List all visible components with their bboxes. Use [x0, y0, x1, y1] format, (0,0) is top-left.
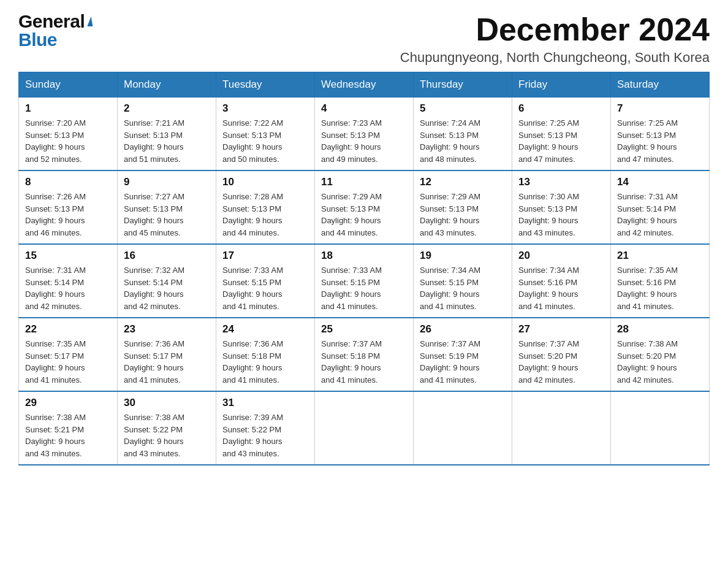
day-info: Sunrise: 7:36 AMSunset: 5:18 PMDaylight:…	[222, 339, 283, 385]
day-number: 22	[25, 323, 111, 335]
day-number: 12	[420, 176, 506, 188]
calendar-cell: 23 Sunrise: 7:36 AMSunset: 5:17 PMDaylig…	[118, 318, 216, 391]
day-number: 24	[222, 323, 308, 335]
day-info: Sunrise: 7:31 AMSunset: 5:14 PMDaylight:…	[617, 192, 678, 237]
day-info: Sunrise: 7:32 AMSunset: 5:14 PMDaylight:…	[124, 266, 184, 311]
calendar-week-row: 22 Sunrise: 7:35 AMSunset: 5:17 PMDaylig…	[19, 318, 710, 391]
calendar-cell	[512, 391, 611, 465]
day-info: Sunrise: 7:27 AMSunset: 5:13 PMDaylight:…	[124, 192, 184, 237]
calendar-week-row: 8 Sunrise: 7:26 AMSunset: 5:13 PMDayligh…	[19, 170, 710, 244]
day-number: 25	[321, 323, 407, 335]
day-info: Sunrise: 7:31 AMSunset: 5:14 PMDaylight:…	[25, 266, 86, 311]
day-number: 9	[124, 176, 210, 188]
day-number: 8	[25, 176, 111, 188]
col-sunday: Sunday	[19, 72, 118, 98]
day-number: 20	[518, 250, 604, 262]
day-info: Sunrise: 7:37 AMSunset: 5:18 PMDaylight:…	[321, 339, 382, 385]
day-number: 19	[420, 250, 506, 262]
day-info: Sunrise: 7:21 AMSunset: 5:13 PMDaylight:…	[124, 118, 184, 164]
logo-general: General	[18, 12, 92, 31]
calendar-cell: 9 Sunrise: 7:27 AMSunset: 5:13 PMDayligh…	[118, 170, 216, 244]
day-number: 26	[420, 323, 506, 335]
day-number: 2	[124, 102, 210, 115]
day-number: 13	[518, 176, 604, 188]
calendar-cell: 3 Sunrise: 7:22 AMSunset: 5:13 PMDayligh…	[216, 98, 315, 171]
calendar-cell: 27 Sunrise: 7:37 AMSunset: 5:20 PMDaylig…	[512, 318, 611, 391]
day-info: Sunrise: 7:25 AMSunset: 5:13 PMDaylight:…	[518, 118, 579, 164]
day-number: 15	[25, 250, 111, 262]
day-info: Sunrise: 7:34 AMSunset: 5:15 PMDaylight:…	[420, 266, 480, 311]
day-info: Sunrise: 7:37 AMSunset: 5:19 PMDaylight:…	[420, 339, 480, 385]
calendar-cell: 13 Sunrise: 7:30 AMSunset: 5:13 PMDaylig…	[512, 170, 611, 244]
calendar-cell: 28 Sunrise: 7:38 AMSunset: 5:20 PMDaylig…	[611, 318, 710, 391]
col-saturday: Saturday	[611, 72, 710, 98]
calendar-cell: 22 Sunrise: 7:35 AMSunset: 5:17 PMDaylig…	[19, 318, 118, 391]
day-number: 18	[321, 250, 407, 262]
calendar-cell: 25 Sunrise: 7:37 AMSunset: 5:18 PMDaylig…	[315, 318, 414, 391]
calendar-cell: 18 Sunrise: 7:33 AMSunset: 5:15 PMDaylig…	[315, 244, 414, 318]
day-number: 4	[321, 102, 407, 115]
col-thursday: Thursday	[414, 72, 512, 98]
calendar-cell: 5 Sunrise: 7:24 AMSunset: 5:13 PMDayligh…	[414, 98, 512, 171]
calendar-cell: 21 Sunrise: 7:35 AMSunset: 5:16 PMDaylig…	[611, 244, 710, 318]
day-number: 3	[222, 102, 308, 115]
day-number: 28	[617, 323, 703, 335]
day-info: Sunrise: 7:23 AMSunset: 5:13 PMDaylight:…	[321, 118, 382, 164]
calendar-cell	[315, 391, 414, 465]
calendar-cell: 30 Sunrise: 7:38 AMSunset: 5:22 PMDaylig…	[118, 391, 216, 465]
day-info: Sunrise: 7:22 AMSunset: 5:13 PMDaylight:…	[222, 118, 283, 164]
day-info: Sunrise: 7:38 AMSunset: 5:22 PMDaylight:…	[124, 413, 184, 458]
calendar-cell: 15 Sunrise: 7:31 AMSunset: 5:14 PMDaylig…	[19, 244, 118, 318]
day-number: 11	[321, 176, 407, 188]
day-info: Sunrise: 7:35 AMSunset: 5:16 PMDaylight:…	[617, 266, 678, 311]
col-wednesday: Wednesday	[315, 72, 414, 98]
day-number: 21	[617, 250, 703, 262]
day-number: 7	[617, 102, 703, 115]
calendar-cell: 2 Sunrise: 7:21 AMSunset: 5:13 PMDayligh…	[118, 98, 216, 171]
calendar-cell: 8 Sunrise: 7:26 AMSunset: 5:13 PMDayligh…	[19, 170, 118, 244]
day-number: 29	[25, 397, 111, 409]
calendar-table: Sunday Monday Tuesday Wednesday Thursday…	[18, 72, 710, 465]
calendar-cell: 4 Sunrise: 7:23 AMSunset: 5:13 PMDayligh…	[315, 98, 414, 171]
calendar-week-row: 1 Sunrise: 7:20 AMSunset: 5:13 PMDayligh…	[19, 98, 710, 171]
logo-blue: Blue	[18, 31, 92, 49]
calendar-cell: 7 Sunrise: 7:25 AMSunset: 5:13 PMDayligh…	[611, 98, 710, 171]
page-header: General Blue December 2024 Chupungnyeong…	[18, 12, 710, 66]
calendar-cell: 29 Sunrise: 7:38 AMSunset: 5:21 PMDaylig…	[19, 391, 118, 465]
calendar-cell: 26 Sunrise: 7:37 AMSunset: 5:19 PMDaylig…	[414, 318, 512, 391]
day-info: Sunrise: 7:33 AMSunset: 5:15 PMDaylight:…	[222, 266, 283, 311]
calendar-cell: 24 Sunrise: 7:36 AMSunset: 5:18 PMDaylig…	[216, 318, 315, 391]
calendar-cell: 14 Sunrise: 7:31 AMSunset: 5:14 PMDaylig…	[611, 170, 710, 244]
calendar-cell: 31 Sunrise: 7:39 AMSunset: 5:22 PMDaylig…	[216, 391, 315, 465]
calendar-cell	[414, 391, 512, 465]
day-info: Sunrise: 7:28 AMSunset: 5:13 PMDaylight:…	[222, 192, 283, 237]
location-subtitle: Chupungnyeong, North Chungcheong, South …	[400, 50, 710, 66]
day-number: 10	[222, 176, 308, 188]
calendar-cell: 12 Sunrise: 7:29 AMSunset: 5:13 PMDaylig…	[414, 170, 512, 244]
day-info: Sunrise: 7:25 AMSunset: 5:13 PMDaylight:…	[617, 118, 678, 164]
calendar-cell: 19 Sunrise: 7:34 AMSunset: 5:15 PMDaylig…	[414, 244, 512, 318]
day-info: Sunrise: 7:24 AMSunset: 5:13 PMDaylight:…	[420, 118, 480, 164]
col-friday: Friday	[512, 72, 611, 98]
day-info: Sunrise: 7:20 AMSunset: 5:13 PMDaylight:…	[25, 118, 86, 164]
day-info: Sunrise: 7:29 AMSunset: 5:13 PMDaylight:…	[420, 192, 480, 237]
day-number: 17	[222, 250, 308, 262]
day-number: 5	[420, 102, 506, 115]
day-info: Sunrise: 7:34 AMSunset: 5:16 PMDaylight:…	[518, 266, 579, 311]
day-info: Sunrise: 7:26 AMSunset: 5:13 PMDaylight:…	[25, 192, 86, 237]
logo: General Blue	[18, 12, 92, 49]
day-number: 1	[25, 102, 111, 115]
day-number: 31	[222, 397, 308, 409]
calendar-cell: 17 Sunrise: 7:33 AMSunset: 5:15 PMDaylig…	[216, 244, 315, 318]
calendar-cell	[611, 391, 710, 465]
calendar-cell: 20 Sunrise: 7:34 AMSunset: 5:16 PMDaylig…	[512, 244, 611, 318]
day-info: Sunrise: 7:38 AMSunset: 5:21 PMDaylight:…	[25, 413, 86, 458]
calendar-cell: 1 Sunrise: 7:20 AMSunset: 5:13 PMDayligh…	[19, 98, 118, 171]
day-number: 6	[518, 102, 604, 115]
calendar-week-row: 15 Sunrise: 7:31 AMSunset: 5:14 PMDaylig…	[19, 244, 710, 318]
col-monday: Monday	[118, 72, 216, 98]
title-area: December 2024 Chupungnyeong, North Chung…	[400, 12, 710, 66]
col-tuesday: Tuesday	[216, 72, 315, 98]
day-info: Sunrise: 7:39 AMSunset: 5:22 PMDaylight:…	[222, 413, 283, 458]
day-info: Sunrise: 7:36 AMSunset: 5:17 PMDaylight:…	[124, 339, 184, 385]
